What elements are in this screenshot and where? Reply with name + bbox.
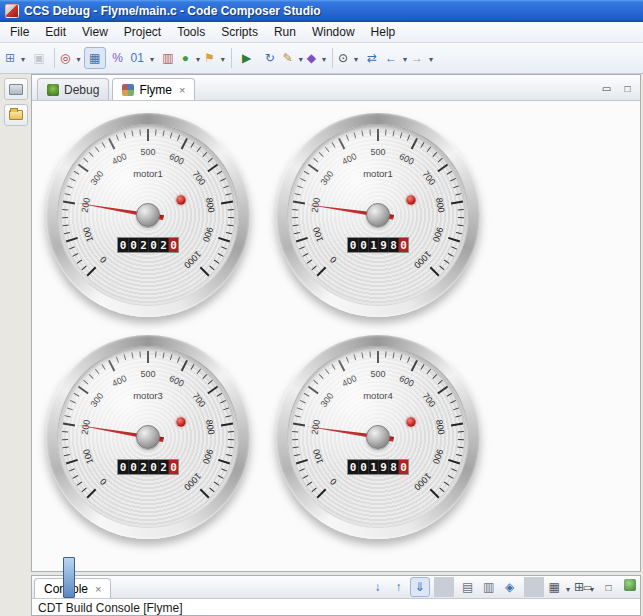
gauge-led-icon (407, 196, 416, 205)
console-tab-bar: Console × ↓ ↑ ⇓ (32, 576, 640, 599)
gauge-tick (218, 237, 230, 243)
edit-button[interactable]: ✎ (282, 47, 305, 69)
console-toolbar: ↓ ↑ ⇓ ▤ ▥ (368, 577, 596, 597)
gauge-face: 01002003004005006007008009001000motor100… (287, 124, 469, 306)
pin-console-icon[interactable]: ◈ (500, 577, 520, 597)
menu-item[interactable]: Tools (169, 23, 213, 41)
gauge-tick (448, 459, 460, 465)
gauge-tick-label: 900 (431, 448, 445, 465)
tab-debug[interactable]: Debug (37, 78, 109, 100)
gauge-tick (292, 431, 298, 432)
memory-button[interactable]: ▥ (157, 47, 179, 69)
odometer-digit: 1 (368, 238, 378, 252)
clear-console-icon[interactable]: ▤ (458, 577, 478, 597)
gauge-tick-label: 500 (370, 147, 385, 157)
gauge-tick (331, 364, 335, 370)
run-button[interactable]: ▶ (236, 47, 258, 69)
gauge-tick (65, 193, 71, 195)
gauge-tick (354, 132, 357, 138)
wand-button[interactable]: ◆ (306, 47, 328, 69)
menu-item[interactable]: Edit (37, 23, 74, 41)
menu-item[interactable]: Run (266, 23, 304, 41)
scroll-down-icon[interactable]: ↓ (368, 577, 388, 597)
gauge-tick (108, 360, 115, 372)
flag-button[interactable]: ⚑ (203, 47, 227, 69)
forward-button[interactable]: → (410, 47, 435, 69)
gauge-tick (453, 407, 459, 410)
toolbar-icon: ● (182, 52, 189, 64)
wrap-lines-icon[interactable]: ▥ (479, 577, 499, 597)
gauge-tick (316, 489, 326, 499)
editor-tab-bar: Debug Flyme × ▭ □ (32, 75, 640, 101)
gauge-tick (81, 266, 86, 271)
gauge-tick (451, 201, 463, 205)
gauge-tick (430, 489, 440, 499)
gauge-tick (124, 354, 127, 360)
odometer-digit: 8 (388, 238, 398, 252)
console-button-icon: ⇓ (415, 581, 425, 593)
gauge-tick (131, 130, 133, 136)
menu-item[interactable]: Help (363, 23, 404, 41)
gauge-tick (458, 431, 464, 432)
profile-button[interactable]: % (107, 47, 129, 69)
console-maximize-icon[interactable]: □ (600, 579, 617, 595)
debug-button[interactable]: ● (180, 47, 202, 69)
gauge-tick (190, 142, 194, 148)
new-button[interactable]: ⊞ (4, 47, 27, 69)
search-button[interactable]: ⊙ (337, 47, 360, 69)
gauge-tick-label: 400 (110, 373, 128, 389)
toolbar-icon: ⚑ (204, 52, 215, 64)
fast-view-restore-icon[interactable] (4, 78, 28, 100)
scroll-lock-icon[interactable]: ⇓ (410, 577, 430, 597)
gauge-tick (457, 225, 463, 227)
gauge-tick (385, 129, 387, 135)
gauge-tick-label: 0 (98, 476, 109, 487)
gauge-tick-label: 800 (204, 419, 216, 435)
plant-view-icon[interactable] (624, 579, 636, 591)
binary-button[interactable]: 01 (130, 47, 156, 69)
maximize-view-icon[interactable]: □ (619, 80, 636, 96)
target-config-button[interactable]: ◎ (59, 47, 82, 69)
refresh-button[interactable]: ↻ (259, 47, 281, 69)
gauge-tick (225, 193, 231, 195)
odometer-digit: 9 (378, 460, 388, 474)
tab-flyme[interactable]: Flyme × (112, 78, 195, 100)
fast-view-projects-icon[interactable] (4, 104, 28, 126)
gauge-tick (95, 369, 99, 374)
gauge-tick (62, 209, 68, 210)
back-button[interactable]: ← (384, 47, 409, 69)
gauge-tick-label: 900 (201, 226, 215, 243)
menu-item[interactable]: Scripts (213, 23, 266, 41)
gauge-tick (354, 354, 357, 360)
odometer-digit: 0 (148, 238, 158, 252)
gauge-tick (72, 253, 78, 257)
scroll-up-icon[interactable]: ↑ (389, 577, 409, 597)
gauge-tick (72, 475, 78, 479)
grid-view-button[interactable]: ▦ (84, 47, 106, 69)
console-button-icon: ▦ (549, 581, 560, 593)
console-panel: Console × ↓ ↑ ⇓ (31, 575, 641, 616)
switch-pane-button[interactable]: ⇄ (361, 47, 383, 69)
tab-console[interactable]: Console × (34, 578, 111, 598)
gauge-tick (67, 185, 73, 188)
minimize-view-icon[interactable]: ▭ (598, 80, 615, 96)
odometer-digit: 0 (348, 238, 358, 252)
gauge-tick (86, 267, 96, 277)
tab-close-icon[interactable]: × (177, 84, 185, 96)
console-close-icon[interactable]: × (93, 583, 101, 595)
menu-item[interactable]: Window (304, 23, 363, 41)
odometer-digit-last: 0 (168, 238, 178, 252)
menu-item[interactable]: File (2, 23, 37, 41)
save-button[interactable]: ▣ (28, 47, 50, 69)
title-bar: CCS Debug - Flyme/main.c - Code Composer… (0, 0, 643, 22)
gauge-tick (448, 253, 454, 257)
menu-item[interactable]: View (74, 23, 116, 41)
console-minimize-icon[interactable]: ▭ (579, 579, 596, 595)
gauge-tick (338, 138, 345, 150)
display-console-icon[interactable]: ▦ (548, 577, 572, 597)
gauge-face: 01002003004005006007008009001000motor400… (287, 346, 469, 528)
menu-item[interactable]: Project (116, 23, 169, 41)
gauge-tick (162, 352, 164, 358)
gauge-tick (228, 209, 234, 210)
console-button-icon: ▥ (483, 581, 494, 593)
